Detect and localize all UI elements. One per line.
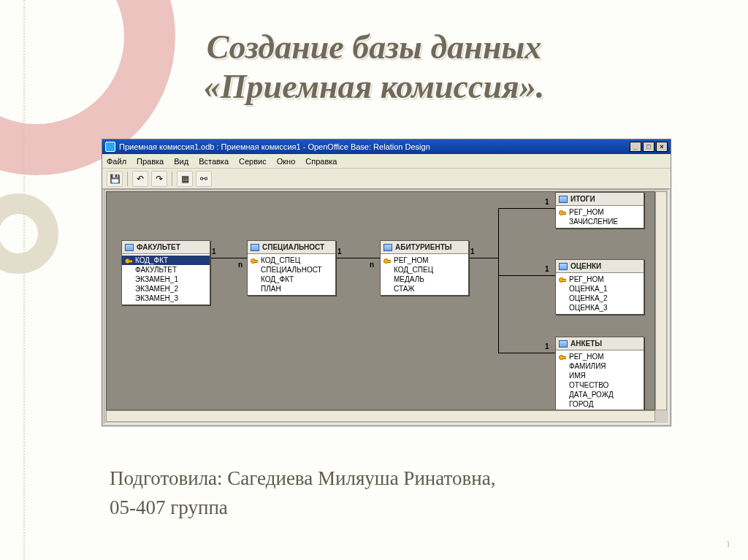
new-relation-icon[interactable]: ⚯ (196, 171, 212, 187)
table-header[interactable]: АБИТУРИЕНТЫ (381, 241, 468, 254)
table-abiturienty[interactable]: АБИТУРИЕНТЫ РЕГ_НОМ КОД_СПЕЦ МЕДАЛЬ СТАЖ (380, 240, 469, 296)
key-icon (559, 372, 566, 380)
field-row[interactable]: ЭКЗАМЕН_2 (122, 284, 210, 294)
table-header[interactable]: АНКЕТЫ (556, 337, 644, 350)
table-fakultet[interactable]: ФАКУЛЬТЕТ КОД_ФКТ ФАКУЛЬТЕТ ЭКЗАМЕН_1 ЭК… (121, 240, 210, 305)
field-row[interactable]: РЕГ_НОМ (381, 256, 468, 265)
field-row[interactable]: ОТЧЕСТВО (556, 380, 644, 390)
field-row[interactable]: КОД_ФКТ (248, 275, 335, 284)
key-icon (559, 401, 566, 408)
toolbar-separator (172, 172, 172, 186)
table-specialnost[interactable]: СПЕЦИАЛЬНОСТ КОД_СПЕЦ СПЕЦИАЛЬНОСТ КОД_Ф… (247, 240, 336, 296)
menu-help[interactable]: Справка (305, 157, 337, 166)
table-title: ИТОГИ (570, 195, 595, 203)
window-titlebar: Приемная комиссия1.odb : Приемная комисс… (102, 139, 671, 154)
field-row[interactable]: КОД_ФКТ (122, 256, 210, 265)
field-row[interactable]: ФАМИЛИЯ (556, 361, 644, 371)
maximize-button[interactable]: □ (643, 142, 654, 152)
save-icon[interactable]: 💾 (107, 171, 123, 187)
author-line: Подготовила: Сагедиева Миляуша Ринатовна… (110, 467, 495, 490)
table-ankety[interactable]: АНКЕТЫ РЕГ_НОМ ФАМИЛИЯ ИМЯ ОТЧЕСТВО ДАТА… (555, 337, 644, 410)
table-header[interactable]: СПЕЦИАЛЬНОСТ (248, 241, 335, 254)
menu-file[interactable]: Файл (107, 157, 126, 166)
field-name: КОД_СПЕЦ (394, 266, 433, 274)
table-icon (559, 340, 568, 348)
field-row[interactable]: ДАТА_РОЖД (556, 390, 644, 399)
field-row[interactable]: ОЦЕНКА_3 (556, 303, 644, 312)
app-icon (105, 142, 115, 152)
key-icon (559, 295, 566, 302)
field-row[interactable]: ЗАЧИСЛЕНИЕ (556, 217, 644, 226)
key-icon (383, 276, 391, 283)
field-name: ГОРОД (569, 400, 593, 408)
vertical-scrollbar[interactable] (655, 191, 667, 410)
field-name: СПЕЦИАЛЬНОСТ (261, 266, 322, 274)
slide: Создание базы данных «Приемная комиссия»… (0, 0, 748, 560)
key-icon (383, 266, 391, 274)
horizontal-scrollbar[interactable] (106, 410, 655, 422)
table-itogi[interactable]: ИТОГИ РЕГ_НОМ ЗАЧИСЛЕНИЕ (555, 192, 644, 229)
table-body: РЕГ_НОМ ЗАЧИСЛЕНИЕ (556, 206, 644, 228)
key-icon (559, 304, 566, 312)
field-name: ЭКЗАМЕН_1 (135, 275, 178, 283)
field-row[interactable]: ИМЯ (556, 371, 644, 380)
table-header[interactable]: ФАКУЛЬТЕТ (122, 241, 210, 254)
table-icon (125, 244, 134, 251)
add-table-icon[interactable]: ▦ (177, 171, 193, 187)
design-area-wrap: 1 n 1 n 1 1 1 1 (104, 189, 669, 424)
field-row[interactable]: МЕДАЛЬ (381, 275, 468, 284)
table-header[interactable]: ОЦЕНКИ (556, 260, 644, 273)
key-icon (125, 257, 132, 264)
field-row[interactable]: КОД_СПЕЦ (248, 256, 335, 265)
slide-number: 1 (726, 539, 730, 550)
undo-icon[interactable]: ↶ (132, 171, 148, 187)
menu-edit[interactable]: Правка (137, 157, 164, 166)
relation-line (498, 353, 555, 353)
field-row[interactable]: КОД_СПЕЦ (381, 265, 468, 275)
cardinality-one: 1 (545, 265, 549, 273)
key-icon (125, 285, 132, 293)
field-row[interactable]: ЭКЗАМЕН_3 (122, 294, 210, 303)
menu-insert[interactable]: Вставка (199, 157, 229, 166)
field-name: МЕДАЛЬ (394, 275, 424, 283)
key-icon (559, 285, 566, 293)
field-name: РЕГ_НОМ (394, 256, 429, 264)
decoration-circle-small (0, 193, 58, 274)
relation-line (498, 258, 499, 275)
field-row[interactable]: СПЕЦИАЛЬНОСТ (248, 265, 335, 275)
menu-view[interactable]: Вид (174, 157, 188, 166)
table-body: РЕГ_НОМ ФАМИЛИЯ ИМЯ ОТЧЕСТВО ДАТА_РОЖД Г… (556, 350, 644, 410)
menu-window[interactable]: Окно (277, 157, 296, 166)
field-row[interactable]: СТАЖ (381, 284, 468, 294)
field-row[interactable]: РЕГ_НОМ (556, 275, 644, 284)
close-button[interactable]: × (656, 142, 668, 152)
cardinality-one: 1 (470, 248, 475, 256)
relation-canvas[interactable]: 1 n 1 n 1 1 1 1 (106, 191, 655, 410)
key-icon (125, 266, 132, 274)
redo-icon[interactable]: ↷ (151, 171, 167, 187)
field-row[interactable]: РЕГ_НОМ (556, 352, 644, 361)
menu-tools[interactable]: Сервис (239, 157, 267, 166)
field-row[interactable]: ОЦЕНКА_2 (556, 294, 644, 303)
field-row[interactable]: ПЛАН (248, 284, 335, 294)
minimize-button[interactable]: _ (630, 142, 641, 152)
table-ocenki[interactable]: ОЦЕНКИ РЕГ_НОМ ОЦЕНКА_1 ОЦЕНКА_2 ОЦЕНКА_… (555, 259, 644, 315)
relation-line (336, 258, 380, 258)
cardinality-one: 1 (337, 248, 342, 256)
field-name: ФАМИЛИЯ (569, 362, 606, 370)
field-name: ОЦЕНКА_2 (569, 294, 608, 302)
toolbar-separator (127, 172, 128, 186)
field-row[interactable]: ЭКЗАМЕН_1 (122, 275, 210, 284)
field-row[interactable]: ФАКУЛЬТЕТ (122, 265, 210, 275)
key-icon (559, 218, 566, 226)
field-row[interactable]: ОЦЕНКА_1 (556, 284, 644, 294)
field-name: ЭКЗАМЕН_3 (135, 294, 178, 302)
table-icon (383, 244, 392, 251)
table-header[interactable]: ИТОГИ (556, 193, 644, 206)
cardinality-many: n (238, 261, 243, 269)
key-icon (559, 363, 566, 370)
slide-title: Создание базы данных «Приемная комиссия»… (0, 28, 748, 107)
field-row[interactable]: ГОРОД (556, 399, 644, 409)
field-row[interactable]: РЕГ_НОМ (556, 207, 644, 217)
key-icon (251, 257, 258, 264)
